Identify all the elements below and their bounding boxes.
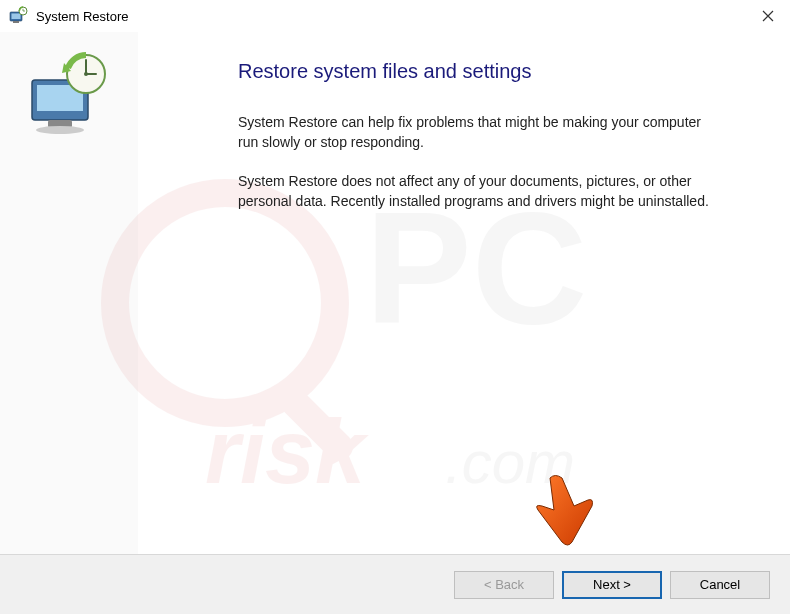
- left-panel: [0, 32, 138, 554]
- wizard-body: risk .com PC Restore system files and se…: [0, 32, 790, 554]
- close-button[interactable]: [758, 6, 778, 26]
- system-restore-icon: [24, 50, 114, 140]
- page-heading: Restore system files and settings: [238, 60, 750, 83]
- cancel-button[interactable]: Cancel: [670, 571, 770, 599]
- svg-rect-2: [13, 21, 19, 23]
- app-icon: [8, 6, 28, 26]
- back-button: < Back: [454, 571, 554, 599]
- svg-rect-1: [12, 14, 21, 20]
- svg-point-13: [36, 126, 84, 134]
- window-title: System Restore: [36, 9, 128, 24]
- titlebar: System Restore: [0, 0, 790, 32]
- content-area: Restore system files and settings System…: [138, 32, 790, 554]
- next-button[interactable]: Next >: [562, 571, 662, 599]
- arrow-annotation-icon: [530, 470, 600, 550]
- description-1: System Restore can help fix problems tha…: [238, 113, 718, 152]
- svg-point-15: [84, 72, 88, 76]
- wizard-footer: < Back Next > Cancel: [0, 554, 790, 614]
- description-2: System Restore does not affect any of yo…: [238, 172, 718, 211]
